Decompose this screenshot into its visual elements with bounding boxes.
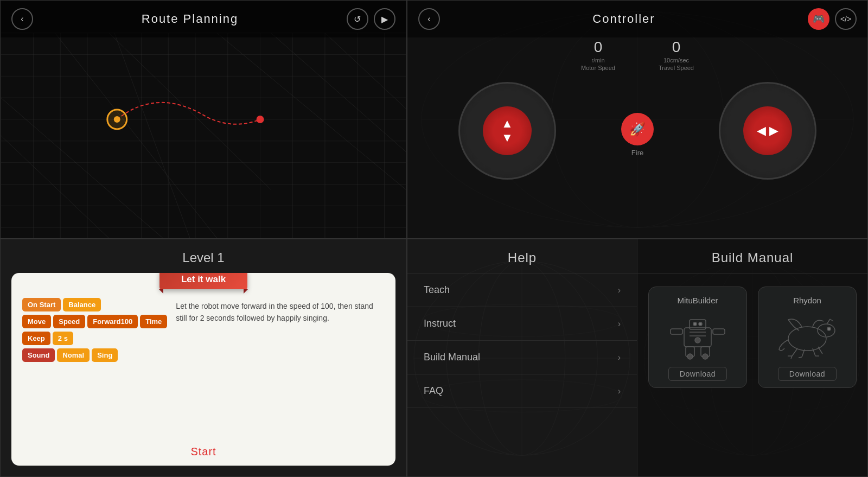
start-button[interactable]: Start	[190, 446, 216, 458]
controller-code-button[interactable]: </>	[835, 8, 857, 30]
instruct-chevron-icon: ›	[618, 319, 621, 329]
back-icon-ctrl: ‹	[427, 14, 430, 24]
svg-text:7: 7	[115, 116, 119, 124]
left-right-icon: ◀ ▶	[757, 124, 778, 138]
controller-title: Controller	[592, 12, 655, 26]
help-panel: Help Teach › Instruct › Build Manual › F…	[407, 239, 637, 476]
teach-chevron-icon: ›	[618, 285, 621, 295]
mitubuilder-name: MituBuilder	[677, 296, 718, 305]
mitubuilder-download-button[interactable]: Download	[668, 367, 727, 381]
help-teach-label: Teach	[424, 284, 450, 296]
block-sing: Sing	[92, 348, 118, 362]
build-manual-title: Build Manual	[637, 239, 867, 274]
fire-button[interactable]: 🚀	[621, 113, 654, 145]
block-balance: Balance	[63, 298, 101, 311]
route-play-button[interactable]: ▶	[374, 8, 395, 30]
rocket-icon: 🚀	[629, 122, 646, 137]
rhydon-download-button[interactable]: Download	[778, 367, 837, 381]
svg-line-73	[830, 319, 833, 321]
svg-point-58	[693, 322, 697, 326]
block-keep: Keep	[22, 332, 50, 345]
block-time: Time	[140, 315, 167, 328]
help-item-buildmanual[interactable]: Build Manual ›	[407, 341, 637, 374]
controller-panel: ‹ Controller 🎮 </> 0 r/min Motor Speed 0…	[407, 0, 868, 239]
help-list: Teach › Instruct › Build Manual › FAQ ›	[407, 274, 637, 408]
motor-speed-value: 0	[594, 39, 603, 56]
mitubuilder-image	[665, 311, 730, 360]
block-row-keep: Keep 2 s	[22, 332, 167, 345]
code-icon: </>	[840, 15, 851, 23]
svg-point-69	[788, 327, 826, 351]
route-back-button[interactable]: ‹	[11, 8, 33, 30]
faq-chevron-icon: ›	[618, 386, 621, 396]
up-down-icon: ▲▼	[501, 117, 513, 145]
svg-point-71	[827, 327, 831, 330]
mitubuilder-card[interactable]: MituBuilder	[648, 287, 747, 388]
svg-line-74	[792, 348, 797, 356]
block-sound: Sound	[22, 348, 55, 362]
svg-rect-60	[671, 329, 682, 334]
motor-speed-label: r/min	[591, 57, 604, 63]
motor-speed-sublabel: Motor Speed	[581, 65, 615, 71]
reset-icon: ↺	[354, 14, 361, 24]
route-reset-button[interactable]: ↺	[347, 8, 368, 30]
svg-point-59	[699, 322, 702, 326]
level-title: Level 1	[182, 250, 224, 265]
svg-point-34	[257, 116, 264, 123]
blocks-column: On Start Balance Move Speed Forward100 T…	[22, 298, 167, 362]
help-item-faq[interactable]: FAQ ›	[407, 374, 637, 408]
play-icon: ▶	[381, 14, 388, 24]
block-forward: Forward100	[87, 315, 138, 328]
travel-speed-label: 10cm/sec	[663, 57, 689, 63]
ribbon-banner: Let it walk	[159, 273, 247, 289]
rhydon-card[interactable]: Rhydon	[758, 287, 857, 388]
svg-point-65	[703, 354, 708, 359]
block-2s: 2 s	[53, 332, 73, 345]
help-title: Help	[407, 239, 637, 274]
route-planning-panel: 7 ‹ Route Planning ↺ ▶	[0, 0, 407, 239]
rhydon-name: Rhydon	[793, 296, 821, 305]
block-nomal: Nomal	[57, 348, 90, 362]
controller-back-button[interactable]: ‹	[418, 8, 440, 30]
svg-point-68	[695, 338, 700, 343]
help-faq-label: FAQ	[424, 385, 443, 397]
block-row-move: Move Speed Forward100 Time	[22, 315, 167, 328]
level1-panel: Level 1 Let it walk On Start Balance Mov…	[0, 239, 407, 477]
block-row-onstart: On Start Balance	[22, 298, 167, 311]
svg-line-72	[827, 319, 830, 324]
build-cards-container: MituBuilder	[637, 274, 867, 401]
rhydon-image	[775, 311, 840, 360]
svg-point-70	[818, 324, 835, 337]
help-item-instruct[interactable]: Instruct ›	[407, 307, 637, 341]
left-joystick[interactable]: ▲▼	[458, 82, 556, 180]
left-joystick-inner[interactable]: ▲▼	[483, 106, 532, 155]
svg-line-80	[799, 357, 802, 358]
help-buildmanual-label: Build Manual	[424, 352, 480, 363]
back-icon: ‹	[21, 14, 23, 24]
level-description: Let the robot move forward in the speed …	[176, 298, 385, 325]
travel-speed-sublabel: Travel Speed	[659, 65, 694, 71]
svg-point-64	[687, 354, 693, 359]
block-speed: Speed	[53, 315, 85, 328]
travel-speed-indicator: 0 10cm/sec Travel Speed	[659, 39, 694, 71]
svg-line-77	[818, 347, 822, 354]
block-row-sound: Sound Nomal Sing	[22, 348, 167, 362]
svg-rect-61	[713, 329, 725, 334]
gamepad-icon: 🎮	[813, 13, 825, 25]
level-card: Let it walk On Start Balance Move Speed …	[11, 273, 395, 466]
controller-gamepad-button[interactable]: 🎮	[808, 8, 829, 30]
help-item-teach[interactable]: Teach ›	[407, 274, 637, 307]
help-instruct-label: Instruct	[424, 318, 456, 329]
block-onstart: On Start	[22, 298, 61, 311]
travel-speed-value: 0	[672, 39, 681, 56]
block-move: Move	[22, 315, 51, 328]
bottom-right-section: Help Teach › Instruct › Build Manual › F…	[407, 239, 868, 477]
motor-speed-indicator: 0 r/min Motor Speed	[581, 39, 615, 71]
build-manual-panel: Build Manual MituBuilder	[637, 239, 867, 476]
fire-label: Fire	[631, 149, 643, 157]
right-joystick-inner[interactable]: ◀ ▶	[743, 106, 792, 155]
buildmanual-chevron-icon: ›	[618, 353, 621, 362]
right-joystick[interactable]: ◀ ▶	[719, 82, 816, 180]
route-planning-title: Route Planning	[142, 12, 238, 26]
